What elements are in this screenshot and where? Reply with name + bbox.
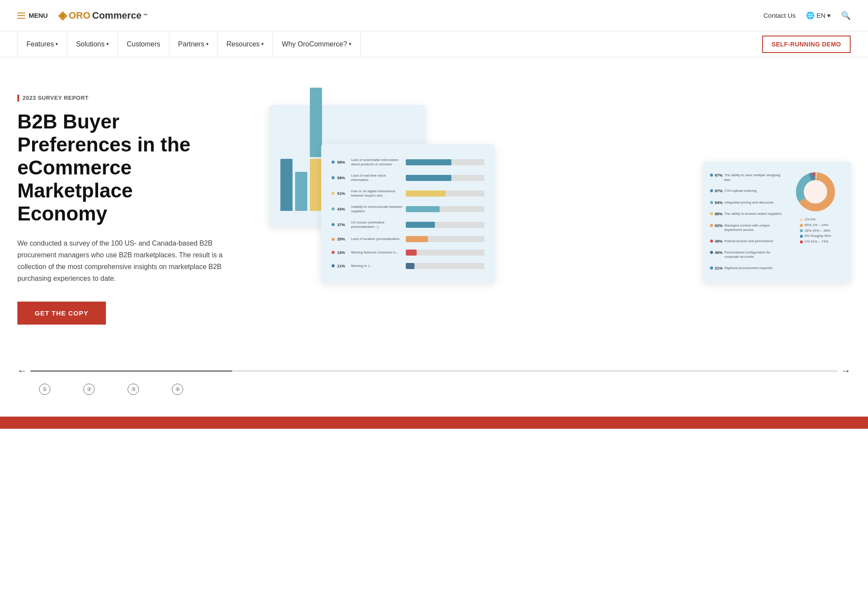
legend-dot bbox=[800, 218, 803, 221]
hbar-pct: 51% bbox=[337, 191, 349, 196]
nav-item-resources[interactable]: Resources ▾ bbox=[218, 31, 273, 57]
legend-dot bbox=[800, 235, 803, 238]
legend-row: 1% 51% – 74% bbox=[800, 239, 831, 245]
hbar-pct: 28% bbox=[337, 237, 349, 241]
legend-label: 1% 51% – 74% bbox=[805, 239, 829, 245]
rci-dot bbox=[710, 240, 713, 243]
slider-area: ← → ① ② ③ ④ bbox=[0, 352, 868, 417]
search-button[interactable]: 🔍 bbox=[841, 11, 851, 20]
hbar-track bbox=[406, 222, 484, 228]
nav-label-customers: Customers bbox=[127, 40, 160, 48]
slider-dot-4[interactable]: ④ bbox=[172, 384, 183, 395]
menu-toggle[interactable]: MENU bbox=[17, 12, 48, 19]
hbar-dot bbox=[332, 223, 335, 226]
hbar-pct: 43% bbox=[337, 207, 349, 211]
logo-commerce: Commerce bbox=[92, 10, 141, 21]
slider-dot-1[interactable]: ① bbox=[39, 384, 50, 395]
lang-chevron: ▾ bbox=[827, 12, 831, 20]
hbar-track bbox=[406, 175, 484, 181]
rci-dot bbox=[710, 174, 713, 177]
rci-dot bbox=[710, 224, 713, 227]
rci-pct: 88% bbox=[715, 212, 723, 217]
chevron-down-icon: ▾ bbox=[349, 41, 352, 47]
hbar-track bbox=[406, 236, 484, 242]
nav-item-features[interactable]: Features ▾ bbox=[17, 31, 67, 57]
nav-bar: Features ▾ Solutions ▾ Customers Partner… bbox=[0, 31, 868, 57]
list-item: 62% Managed content with unique departme… bbox=[710, 223, 784, 233]
hbar-dot bbox=[332, 207, 335, 210]
nav-item-customers[interactable]: Customers bbox=[118, 31, 169, 57]
hbar-dot bbox=[332, 176, 335, 179]
rci-pct: 97% bbox=[715, 189, 723, 194]
hbar-chart: 58% Lack of searchable information about… bbox=[328, 151, 488, 276]
hbar-track bbox=[406, 206, 484, 212]
nav-items: Features ▾ Solutions ▾ Customers Partner… bbox=[17, 31, 361, 57]
top-bar: MENU ◈ OROCommerce™ Contact Us 🌐 EN ▾ 🔍 bbox=[0, 0, 868, 31]
hbar-pct: 14% bbox=[337, 250, 349, 255]
nav-label-resources: Resources bbox=[227, 40, 260, 48]
hbar-row: 37% UX issues (unintuitive personalizati… bbox=[332, 220, 484, 229]
hbar-row: 11% Missing or c... bbox=[332, 263, 484, 269]
slider-prev-arrow[interactable]: ← bbox=[17, 365, 27, 377]
slider-dot-3[interactable]: ③ bbox=[128, 384, 139, 395]
slider-next-arrow[interactable]: → bbox=[841, 365, 851, 377]
hbar-row: 58% Lack of searchable information about… bbox=[332, 158, 484, 166]
hbar-row: 43% Inability to communicate between sup… bbox=[332, 205, 484, 213]
rci-label: Managed content with unique department a… bbox=[724, 223, 784, 233]
hbar-label: Lack of real-time stock information bbox=[351, 174, 403, 182]
list-item: 46% Personalized configuration for corpo… bbox=[710, 250, 784, 260]
hbar-label: Lack of searchable information about pro… bbox=[351, 158, 403, 166]
logo[interactable]: ◈ OROCommerce™ bbox=[58, 9, 148, 22]
nav-item-solutions[interactable]: Solutions ▾ bbox=[67, 31, 118, 57]
slider-segments bbox=[30, 371, 838, 371]
legend-label: 1% 0% bbox=[805, 217, 815, 223]
rci-dot bbox=[710, 251, 713, 254]
rci-pct: 49% bbox=[715, 239, 723, 244]
hbar-pct: 58% bbox=[337, 160, 349, 164]
hbar-label: UX issues (unintuitive personalization..… bbox=[351, 220, 403, 229]
rci-dot bbox=[710, 189, 713, 192]
donut-area: 1% 0% 65% 1% – 24% 28% 25% – 49% bbox=[787, 168, 844, 276]
rci-label: Personalized configuration for corporate… bbox=[724, 250, 784, 260]
demo-button[interactable]: SELF-RUNNING DEMO bbox=[762, 36, 851, 53]
hbar-track bbox=[406, 191, 484, 197]
nav-item-why[interactable]: Why OroCommerce? ▾ bbox=[273, 31, 360, 57]
bottom-bar bbox=[0, 417, 868, 429]
globe-icon: 🌐 bbox=[806, 11, 815, 20]
legend-row: 65% 1% – 24% bbox=[800, 223, 831, 228]
hamburger-icon bbox=[17, 13, 25, 19]
rci-pct: 97% bbox=[715, 173, 723, 178]
hbar-dot bbox=[332, 264, 335, 267]
rci-pct: 21% bbox=[715, 266, 723, 271]
hbar-label: Missing or c... bbox=[351, 264, 403, 268]
hbar-track bbox=[406, 263, 484, 269]
list-item: 94% Integrated pricing and discounts bbox=[710, 200, 784, 206]
logo-tm: ™ bbox=[143, 13, 148, 18]
bar bbox=[295, 172, 307, 211]
cta-button[interactable]: GET THE COPY bbox=[17, 302, 106, 325]
hero-section: 2023 SURVEY REPORT B2B Buyer Preferences… bbox=[0, 57, 868, 352]
chart-card-donut: 97% The ability to save multiple shoppin… bbox=[703, 161, 851, 283]
nav-label-why: Why OroCommerce? bbox=[282, 40, 347, 48]
hbar-pct: 37% bbox=[337, 223, 349, 227]
hero-content: 2023 SURVEY REPORT B2B Buyer Preferences… bbox=[17, 94, 243, 325]
slider-track: ← → bbox=[17, 365, 851, 377]
lang-selector[interactable]: 🌐 EN ▾ bbox=[806, 11, 831, 20]
rci-label: Integrated pricing and discounts bbox=[724, 200, 773, 205]
contact-link[interactable]: Contact Us bbox=[763, 12, 796, 19]
lang-label: EN bbox=[816, 12, 825, 19]
nav-label-solutions: Solutions bbox=[76, 40, 105, 48]
bar-group-1 bbox=[280, 159, 293, 211]
slider-segment-2 bbox=[232, 371, 434, 371]
slider-dot-2[interactable]: ② bbox=[83, 384, 95, 395]
slider-dots: ① ② ③ ④ bbox=[17, 384, 851, 395]
chart-card-hbars: 58% Lack of searchable information about… bbox=[321, 144, 495, 283]
chevron-down-icon: ▾ bbox=[106, 41, 109, 47]
legend-label: 65% 1% – 24% bbox=[805, 223, 829, 228]
hbar-track bbox=[406, 250, 484, 256]
top-bar-left: MENU ◈ OROCommerce™ bbox=[17, 9, 148, 22]
rci-dot bbox=[710, 201, 713, 204]
rci-pct: 62% bbox=[715, 223, 723, 229]
nav-item-partners[interactable]: Partners ▾ bbox=[169, 31, 217, 57]
legend-label: 28% 25% – 49% bbox=[805, 228, 830, 234]
